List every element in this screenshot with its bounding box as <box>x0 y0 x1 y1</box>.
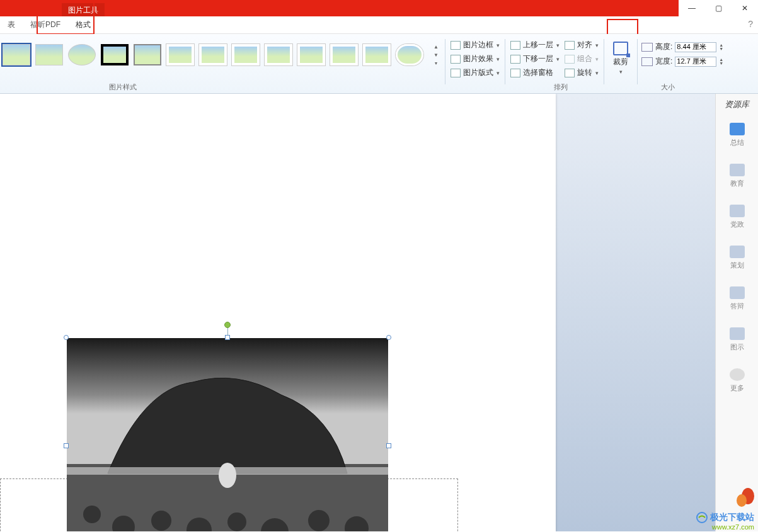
picture-border-effect-group: 图片边框▾ 图片效果▾ 图片版式▾ <box>449 39 501 79</box>
sidebar-item-party[interactable]: 党政 <box>730 205 745 229</box>
more-icon <box>730 368 745 381</box>
party-icon <box>730 205 745 217</box>
width-input[interactable] <box>675 57 716 67</box>
tab-table[interactable]: 表 <box>0 16 23 33</box>
group-button[interactable]: 组合▾ <box>563 53 600 65</box>
chevron-down-icon: ▾ <box>497 56 500 62</box>
gallery-more-button[interactable]: ▲▼▾ <box>431 39 441 71</box>
sidebar-title: 资源库 <box>725 99 749 110</box>
close-button[interactable]: ✕ <box>732 0 758 16</box>
education-icon <box>730 164 745 176</box>
chevron-down-icon: ▾ <box>497 70 500 76</box>
picture-style-gallery: ▲▼▾ <box>0 39 441 71</box>
align-button[interactable]: 对齐▾ <box>563 39 600 51</box>
crop-icon <box>613 42 628 55</box>
style-thumb[interactable] <box>330 44 358 65</box>
selected-image[interactable] <box>67 338 388 531</box>
ribbon: ▲▼▾ 图片边框▾ 图片效果▾ 图片版式▾ 上移一层▾ 下移一层▾ 选择窗格 对… <box>0 34 758 94</box>
plan-icon <box>730 246 745 258</box>
height-label: 高度: <box>655 42 672 52</box>
group-label-size: 大小 <box>643 82 693 92</box>
resize-handle-l[interactable] <box>64 443 69 448</box>
align-icon <box>565 41 575 50</box>
sidebar-item-summary[interactable]: 总结 <box>730 123 745 147</box>
spin-down[interactable]: ▼ <box>719 62 723 65</box>
group-label-arrange: 排列 <box>517 82 605 92</box>
sidebar-item-plan[interactable]: 策划 <box>730 246 745 270</box>
resize-handle-tl[interactable] <box>64 335 69 340</box>
selection-pane-button[interactable]: 选择窗格 <box>509 67 561 79</box>
sidebar-item-more[interactable]: 更多 <box>730 368 745 393</box>
style-thumb[interactable] <box>166 44 194 65</box>
sidebar-item-education[interactable]: 教育 <box>730 164 745 188</box>
bring-forward-button[interactable]: 上移一层▾ <box>509 39 561 51</box>
image-tools-tab: 图片工具 <box>62 3 105 16</box>
svg-point-4 <box>83 506 101 523</box>
chevron-down-icon: ▾ <box>556 42 560 48</box>
svg-point-10 <box>308 510 330 531</box>
chevron-down-icon: ▾ <box>619 69 623 75</box>
summary-icon <box>730 123 745 135</box>
group-icon <box>565 55 575 64</box>
width-icon <box>641 57 653 66</box>
picture-border-button[interactable]: 图片边框▾ <box>449 39 501 51</box>
page <box>0 94 556 531</box>
crop-button[interactable]: 裁剪 ▾ <box>608 39 633 77</box>
send-backward-button[interactable]: 下移一层▾ <box>509 53 561 65</box>
layout-icon <box>451 69 461 77</box>
resize-handle-t[interactable] <box>225 335 230 340</box>
style-thumb[interactable] <box>68 44 96 65</box>
style-thumb[interactable] <box>199 44 227 65</box>
svg-point-6 <box>151 511 171 531</box>
height-input[interactable] <box>675 42 716 52</box>
style-thumb[interactable] <box>35 44 63 65</box>
rotate-button[interactable]: 旋转▾ <box>563 67 600 79</box>
svg-point-2 <box>219 463 236 488</box>
resize-handle-tr[interactable] <box>386 335 391 340</box>
tab-foxit-pdf[interactable]: 福昕PDF <box>23 16 68 33</box>
chevron-down-icon: ▾ <box>497 42 500 48</box>
defense-icon <box>730 286 745 299</box>
minimize-button[interactable]: — <box>679 0 705 16</box>
style-thumb[interactable] <box>363 44 391 65</box>
window-controls: — ▢ ✕ <box>679 0 758 16</box>
spin-down[interactable]: ▼ <box>719 47 723 51</box>
effect-icon <box>451 55 461 64</box>
bring-forward-icon <box>510 41 520 50</box>
canvas[interactable] <box>0 94 715 531</box>
title-bar: 图片工具 — ▢ ✕ <box>0 0 758 16</box>
chart-icon <box>730 327 745 340</box>
svg-point-8 <box>227 512 246 531</box>
chevron-down-icon: ▾ <box>595 56 599 62</box>
svg-rect-3 <box>67 467 388 475</box>
picture-effect-button[interactable]: 图片效果▾ <box>449 53 501 65</box>
style-thumb[interactable] <box>396 44 423 65</box>
menu-tabs: 表 福昕PDF 格式 ? <box>0 16 758 34</box>
rotate-handle[interactable] <box>224 322 231 328</box>
style-thumb[interactable] <box>101 44 129 65</box>
chevron-down-icon: ▾ <box>556 56 560 62</box>
crop-label: 裁剪 <box>613 57 628 67</box>
resource-sidebar: 资源库 总结 教育 党政 策划 答辩 图示 更多 <box>715 94 758 531</box>
style-thumb[interactable] <box>232 44 260 65</box>
height-icon <box>641 43 653 52</box>
sidebar-item-defense[interactable]: 答辩 <box>730 286 745 311</box>
chevron-down-icon: ▾ <box>595 42 599 48</box>
send-backward-icon <box>510 55 520 64</box>
rotate-icon <box>565 69 575 77</box>
style-thumb[interactable] <box>265 44 292 65</box>
style-thumb[interactable] <box>134 44 161 65</box>
selection-pane-icon <box>510 69 520 77</box>
maximize-button[interactable]: ▢ <box>705 0 732 16</box>
chevron-down-icon: ▾ <box>595 70 599 76</box>
size-inputs: 高度: ▲▼ 宽度: ▲▼ <box>641 39 723 67</box>
style-thumb[interactable] <box>297 44 325 65</box>
help-icon[interactable]: ? <box>748 19 753 29</box>
width-label: 宽度: <box>655 56 672 67</box>
resize-handle-r[interactable] <box>386 443 391 448</box>
picture-layout-button[interactable]: 图片版式▾ <box>449 67 501 79</box>
tab-format[interactable]: 格式 <box>68 16 98 33</box>
arrange-layer-group: 上移一层▾ 下移一层▾ 选择窗格 <box>509 39 561 79</box>
style-thumb[interactable] <box>3 44 30 65</box>
sidebar-item-chart[interactable]: 图示 <box>730 327 745 352</box>
